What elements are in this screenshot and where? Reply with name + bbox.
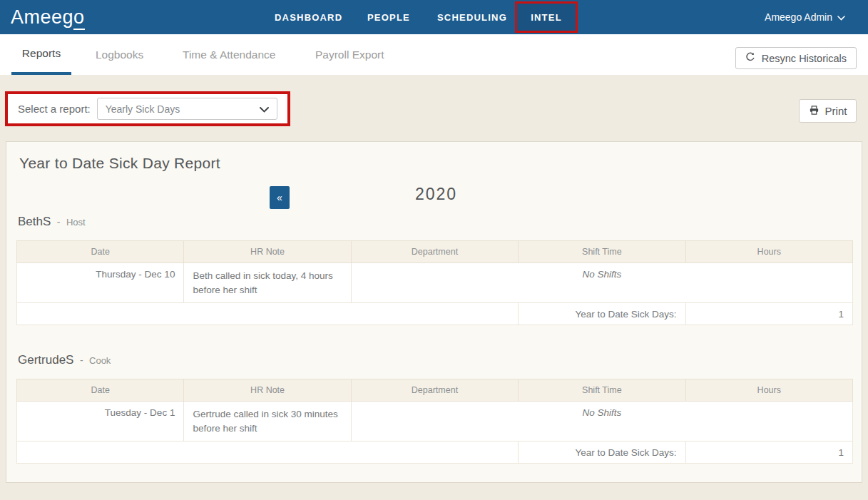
column-header-date: Date <box>17 241 184 263</box>
table-footer-row: Year to Date Sick Days: 1 <box>17 442 853 464</box>
refresh-icon <box>745 52 755 64</box>
nav-intel: INTEL <box>531 12 562 23</box>
shift-status-cell: No Shifts <box>351 402 852 442</box>
date-cell: Tuesday - Dec 1 <box>17 402 184 442</box>
report-select-dropdown[interactable]: Yearly Sick Days <box>97 98 277 120</box>
nav-dashboard[interactable]: DASHBOARD <box>275 0 342 34</box>
table-row: Thursday - Dec 10 Beth called in sick to… <box>17 263 853 303</box>
hr-note-cell: Gertrude called in sick 30 minutes befor… <box>184 402 351 442</box>
print-button[interactable]: Print <box>799 99 857 123</box>
resync-label: Resync Historicals <box>762 53 847 64</box>
employee-name: BethS <box>18 215 51 228</box>
table-row: Tuesday - Dec 1 Gertrude called in sick … <box>17 402 853 442</box>
selected-report-value: Yearly Sick Days <box>106 103 180 115</box>
date-cell: Thursday - Dec 10 <box>17 263 184 303</box>
ytd-sick-days-label: Year to Date Sick Days: <box>519 303 685 325</box>
table-header-row: Date HR Note Department Shift Time Hours <box>17 379 853 402</box>
column-header-hours: Hours <box>685 241 852 263</box>
employee-name-separator: - <box>57 216 61 228</box>
tab-payroll-export[interactable]: Payroll Export <box>315 34 384 75</box>
printer-icon <box>809 105 820 118</box>
resync-historicals-button[interactable]: Resync Historicals <box>735 47 857 69</box>
footer-empty-cell <box>17 442 519 464</box>
column-header-hr-note: HR Note <box>184 241 351 263</box>
table-header-row: Date HR Note Department Shift Time Hours <box>17 241 853 263</box>
tab-logbooks[interactable]: Logbooks <box>96 34 143 75</box>
column-header-hr-note: HR Note <box>184 379 351 402</box>
column-header-date: Date <box>17 379 184 402</box>
user-menu-label: Ameego Admin <box>765 11 832 23</box>
ytd-sick-days-label: Year to Date Sick Days: <box>519 442 685 464</box>
year-label: 2020 <box>415 185 457 204</box>
hr-note-cell: Beth called in sick today, 4 hours befor… <box>184 263 351 303</box>
sick-day-table: Date HR Note Department Shift Time Hours… <box>16 240 853 325</box>
column-header-department: Department <box>351 379 518 402</box>
ytd-sick-days-value: 1 <box>685 442 852 464</box>
employee-role: Host <box>66 217 86 228</box>
column-header-department: Department <box>351 241 518 263</box>
report-panel: Year to Date Sick Day Report « 2020 Beth… <box>6 141 862 483</box>
tabs-bar: Reports Logbooks Time & Attendance Payro… <box>0 34 868 75</box>
nav-scheduling[interactable]: SCHEDULING <box>437 0 507 34</box>
chevron-down-icon <box>260 103 269 116</box>
select-report-label: Select a report: <box>18 103 91 115</box>
column-header-shift-time: Shift Time <box>519 241 685 263</box>
chevron-down-icon <box>837 11 845 23</box>
brand-logo[interactable]: Ameego <box>11 6 85 29</box>
column-header-shift-time: Shift Time <box>519 379 685 402</box>
footer-empty-cell <box>17 303 519 325</box>
logo-text: Ameeg <box>11 6 73 28</box>
select-report-annotation-box: Select a report: Yearly Sick Days <box>5 91 290 126</box>
user-menu[interactable]: Ameego Admin <box>765 0 845 34</box>
employee-section-heading: GertrudeS - Cook <box>18 353 111 367</box>
employee-name-separator: - <box>80 354 83 366</box>
employee-role: Cook <box>89 355 111 366</box>
table-footer-row: Year to Date Sick Days: 1 <box>17 303 853 325</box>
employee-name: GertrudeS <box>18 353 73 367</box>
column-header-hours: Hours <box>685 379 852 402</box>
nav-intel-annotation-box[interactable]: INTEL <box>515 1 578 33</box>
tab-time-attendance[interactable]: Time & Attendance <box>183 34 275 75</box>
top-header: Ameego DASHBOARD PEOPLE SCHEDULING INTEL… <box>0 0 868 34</box>
sick-day-table: Date HR Note Department Shift Time Hours… <box>16 379 853 464</box>
tab-reports[interactable]: Reports <box>11 34 71 75</box>
shift-status-cell: No Shifts <box>351 263 852 303</box>
employee-section-heading: BethS - Host <box>18 215 86 229</box>
print-label: Print <box>825 105 847 117</box>
ytd-sick-days-value: 1 <box>685 303 852 325</box>
nav-people[interactable]: PEOPLE <box>367 0 410 34</box>
previous-year-button[interactable]: « <box>270 186 290 209</box>
report-title: Year to Date Sick Day Report <box>19 155 220 172</box>
logo-underlined-letter: o <box>73 6 85 30</box>
